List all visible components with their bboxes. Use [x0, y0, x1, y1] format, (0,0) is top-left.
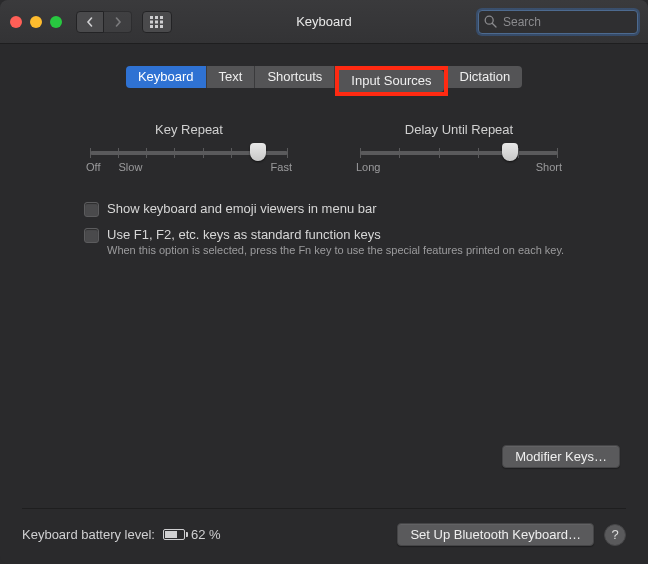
- zoom-window-button[interactable]: [50, 16, 62, 28]
- svg-rect-7: [155, 25, 158, 28]
- bluetooth-keyboard-button[interactable]: Set Up Bluetooth Keyboard…: [397, 523, 594, 546]
- minimize-window-button[interactable]: [30, 16, 42, 28]
- footer: Keyboard battery level: 62 % Set Up Blue…: [0, 508, 648, 564]
- tab-shortcuts[interactable]: Shortcuts: [255, 66, 335, 88]
- svg-rect-8: [160, 25, 163, 28]
- fn-keys-checkbox[interactable]: [84, 228, 99, 243]
- tab-keyboard[interactable]: Keyboard: [126, 66, 207, 88]
- grid-icon: [150, 16, 164, 28]
- tab-text[interactable]: Text: [207, 66, 256, 88]
- delay-repeat-block: Delay Until Repeat Long Short: [354, 122, 564, 173]
- nav-buttons: [76, 11, 132, 33]
- delay-repeat-ticks: [360, 148, 558, 158]
- search-wrap: [478, 10, 638, 34]
- svg-rect-5: [160, 20, 163, 23]
- key-repeat-thumb[interactable]: [250, 143, 266, 161]
- key-repeat-labels: Off Slow Fast: [84, 161, 294, 173]
- fn-keys-help: When this option is selected, press the …: [107, 244, 564, 256]
- key-repeat-slow-label: Slow: [100, 161, 270, 173]
- footer-row: Keyboard battery level: 62 % Set Up Blue…: [22, 523, 626, 546]
- titlebar: Keyboard: [0, 0, 648, 44]
- battery-label: Keyboard battery level:: [22, 527, 155, 542]
- content: Keyboard Text Shortcuts Input Sources Di…: [0, 44, 648, 278]
- chevron-left-icon: [85, 17, 95, 27]
- keyboard-prefs-window: { "title": "Keyboard", "search": { "plac…: [0, 0, 648, 564]
- delay-repeat-slider[interactable]: [360, 151, 558, 155]
- input-sources-highlight: Input Sources: [335, 66, 447, 96]
- battery-icon: [163, 529, 185, 540]
- show-viewers-checkbox[interactable]: [84, 202, 99, 217]
- fn-keys-label: Use F1, F2, etc. keys as standard functi…: [107, 227, 564, 242]
- battery-percent: 62 %: [191, 527, 221, 542]
- search-input[interactable]: [478, 10, 638, 34]
- show-all-button[interactable]: [142, 11, 172, 33]
- svg-rect-2: [160, 16, 163, 19]
- close-window-button[interactable]: [10, 16, 22, 28]
- checkboxes: Show keyboard and emoji viewers in menu …: [84, 201, 620, 256]
- chevron-right-icon: [113, 17, 123, 27]
- window-controls: [10, 16, 62, 28]
- show-viewers-label: Show keyboard and emoji viewers in menu …: [107, 201, 377, 216]
- tab-dictation[interactable]: Dictation: [448, 66, 523, 88]
- svg-rect-1: [155, 16, 158, 19]
- svg-rect-3: [150, 20, 153, 23]
- sliders-row: Key Repeat Off Slow Fast Delay Until Rep…: [28, 122, 620, 173]
- key-repeat-fast-label: Fast: [271, 161, 292, 173]
- svg-rect-6: [150, 25, 153, 28]
- delay-long-label: Long: [356, 161, 380, 173]
- help-button[interactable]: ?: [604, 524, 626, 546]
- tab-bar: Keyboard Text Shortcuts Input Sources Di…: [28, 66, 620, 96]
- delay-repeat-title: Delay Until Repeat: [354, 122, 564, 137]
- back-button[interactable]: [76, 11, 104, 33]
- footer-divider: [22, 508, 626, 509]
- svg-line-10: [492, 23, 496, 27]
- search-icon: [484, 15, 497, 28]
- modifier-keys-row: Modifier Keys…: [502, 445, 620, 468]
- delay-short-label: Short: [536, 161, 562, 173]
- delay-repeat-labels: Long Short: [354, 161, 564, 173]
- delay-repeat-thumb[interactable]: [502, 143, 518, 161]
- key-repeat-block: Key Repeat Off Slow Fast: [84, 122, 294, 173]
- show-viewers-row: Show keyboard and emoji viewers in menu …: [84, 201, 620, 217]
- fn-keys-row: Use F1, F2, etc. keys as standard functi…: [84, 227, 620, 256]
- svg-rect-4: [155, 20, 158, 23]
- key-repeat-title: Key Repeat: [84, 122, 294, 137]
- modifier-keys-button[interactable]: Modifier Keys…: [502, 445, 620, 468]
- svg-rect-0: [150, 16, 153, 19]
- battery-fill: [165, 531, 177, 538]
- key-repeat-slider[interactable]: [90, 151, 288, 155]
- tab-input-sources[interactable]: Input Sources: [339, 70, 443, 92]
- forward-button[interactable]: [104, 11, 132, 33]
- key-repeat-off-label: Off: [86, 161, 100, 173]
